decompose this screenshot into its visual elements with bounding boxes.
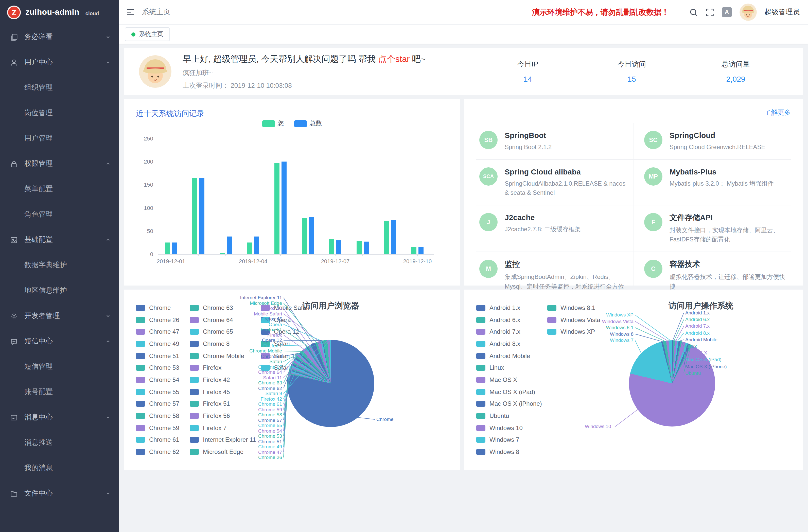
- pie-callout-label: Linux: [685, 343, 697, 349]
- learn-more-link[interactable]: 了解更多: [765, 108, 791, 117]
- pie-callout-label: Android 6.x: [685, 316, 710, 323]
- svg-text:2019-12-04: 2019-12-04: [239, 258, 268, 264]
- legend-label: Windows 10: [490, 424, 523, 431]
- sidebar-subitem[interactable]: 数据字典维护: [0, 253, 119, 278]
- logo[interactable]: Z zuihou-admin cloud: [0, 0, 119, 24]
- legend-item[interactable]: Windows 10: [476, 422, 547, 434]
- pie-callout-label: Windows XP: [502, 312, 633, 318]
- sidebar-subitem-label: 地区信息维护: [24, 286, 67, 295]
- font-size-icon[interactable]: A: [722, 7, 732, 17]
- legend-chip-icon: [136, 329, 145, 335]
- svg-text:100: 100: [144, 205, 153, 211]
- sidebar-item-3[interactable]: 基础配置: [0, 227, 119, 253]
- sidebar-item-0[interactable]: 务必详看: [0, 24, 119, 50]
- legend-item[interactable]: Android Mobile: [476, 350, 547, 362]
- legend-chip-icon: [476, 305, 485, 311]
- breadcrumb[interactable]: 系统主页: [142, 7, 170, 17]
- legend-item[interactable]: Mac OS X (iPad): [476, 386, 547, 398]
- feature-title: SpringCloud: [669, 131, 766, 140]
- greeting-suffix: 吧~: [409, 54, 425, 63]
- legend-chip-icon: [136, 401, 145, 407]
- sidebar-subitem[interactable]: 用户管理: [0, 126, 119, 151]
- sidebar-item-1[interactable]: 用户中心: [0, 50, 119, 75]
- sidebar-subitem-label: 账号配置: [24, 387, 53, 397]
- legend-label: Mac OS X: [490, 376, 517, 383]
- sidebar-subitem[interactable]: 账号配置: [0, 379, 119, 405]
- row-pies: 访问用户浏览器 ChromeChrome 26Chrome 47Chrome 4…: [124, 290, 803, 470]
- chart-title: 近十天系统访问记录: [136, 109, 204, 119]
- sidebar-subitem[interactable]: 菜单配置: [0, 177, 119, 202]
- stat-label: 今日访问: [580, 60, 684, 69]
- sidebar-subitem[interactable]: 角色管理: [0, 202, 119, 227]
- sidebar-item-6[interactable]: 消息中心: [0, 405, 119, 430]
- sidebar-item-label: 短信中心: [24, 337, 106, 346]
- star-link[interactable]: 点个star: [378, 54, 410, 63]
- tab-active-dot-icon: [131, 32, 135, 36]
- username[interactable]: 超级管理员: [765, 7, 800, 17]
- sidebar-subitem[interactable]: 我的消息: [0, 455, 119, 481]
- sidebar-subitem-label: 角色管理: [24, 210, 53, 219]
- sidebar-subitem[interactable]: 消息推送: [0, 430, 119, 455]
- collapse-menu-icon[interactable]: [126, 8, 135, 16]
- bar-legend: 您 总数: [124, 119, 460, 128]
- sidebar-subitem-label: 菜单配置: [24, 185, 53, 194]
- feature-badge-icon: C: [644, 260, 662, 278]
- last-login-label: 上次登录时间：: [183, 81, 229, 89]
- legend-item[interactable]: Ubuntu: [476, 410, 547, 422]
- message-icon: [10, 414, 19, 421]
- search-icon[interactable]: [689, 8, 698, 17]
- pie-callout-label: Windows 8: [502, 331, 633, 337]
- tab-home[interactable]: 系统主页: [125, 27, 170, 41]
- svg-text:2019-12-10: 2019-12-10: [403, 258, 432, 264]
- legend-item-total[interactable]: 总数: [294, 119, 322, 128]
- feature-item: JJ2cacheJ2cache2.7.8: 二级缓存框架: [476, 205, 633, 252]
- legend-item[interactable]: Linux: [476, 362, 547, 374]
- legend-item[interactable]: Mac OS X: [476, 374, 547, 386]
- legend-chip-icon: [476, 401, 485, 407]
- sidebar-subitem[interactable]: 短信管理: [0, 354, 119, 379]
- sidebar-item-label: 基础配置: [24, 235, 106, 244]
- legend-item-you[interactable]: 您: [262, 119, 284, 128]
- doc-icon: [10, 33, 19, 41]
- fullscreen-icon[interactable]: [705, 8, 714, 17]
- legend-chip-icon: [547, 305, 556, 311]
- feature-badge-icon: SB: [479, 131, 498, 149]
- sidebar-item-4[interactable]: 开发者管理: [0, 303, 119, 329]
- sidebar-subitem[interactable]: 岗位管理: [0, 100, 119, 126]
- feature-desc: J2cache2.7.8: 二级缓存框架: [505, 225, 581, 234]
- feature-badge-icon: J: [479, 213, 498, 231]
- legend-chip-icon: [476, 353, 485, 359]
- legend-item[interactable]: Windows 8: [476, 446, 547, 458]
- legend-chip-icon: [136, 437, 145, 443]
- pie-title: 访问用户浏览器: [302, 301, 359, 311]
- stats: 今日IP 14 今日访问 15 总访问量 2,029: [476, 60, 788, 83]
- feature-title: SpringBoot: [505, 131, 552, 140]
- sidebar-subitem-label: 短信管理: [24, 362, 53, 371]
- pie-callout-label: Mac OS X (iPad): [685, 357, 721, 363]
- sidebar-subitem[interactable]: 地区信息维护: [0, 278, 119, 303]
- feature-item: MPMybatis-PlusMybatis-plus 3.2.0： Mybati…: [633, 159, 791, 205]
- feature-badge-icon: M: [479, 260, 498, 278]
- picture-icon: [10, 236, 19, 244]
- pie-callout-label: Chrome 26: [150, 454, 282, 460]
- sidebar-subitem[interactable]: 组织管理: [0, 75, 119, 100]
- legend-chip-icon: [476, 377, 485, 383]
- feature-item: SCSpringCloudSpring Cloud Greenwich.RELE…: [633, 123, 791, 159]
- chevron-down-icon: [106, 35, 111, 40]
- sidebar-item-5[interactable]: 短信中心: [0, 329, 119, 354]
- chat-icon: [10, 337, 19, 345]
- greeting-line: 早上好, 超级管理员, 今天帮别人解决问题了吗 帮我 点个star 吧~: [183, 53, 426, 65]
- legend-chip-icon: [136, 341, 145, 347]
- pie-callout-label: Android 1.x: [685, 310, 710, 316]
- legend-chip-icon: [476, 413, 485, 419]
- sidebar-item-7[interactable]: 文件中心: [0, 481, 119, 506]
- legend-item[interactable]: Windows 7: [476, 434, 547, 446]
- legend-item[interactable]: Mac OS X (iPhone): [476, 398, 547, 410]
- legend-chip-icon: [136, 413, 145, 419]
- sidebar-item-label: 文件中心: [24, 489, 106, 498]
- logo-icon: Z: [7, 5, 21, 19]
- user-avatar[interactable]: [739, 3, 757, 21]
- feature-desc: Spring Cloud Greenwich.RELEASE: [669, 143, 766, 152]
- sidebar-item-2[interactable]: 权限管理: [0, 151, 119, 177]
- feature-badge-icon: F: [644, 213, 662, 231]
